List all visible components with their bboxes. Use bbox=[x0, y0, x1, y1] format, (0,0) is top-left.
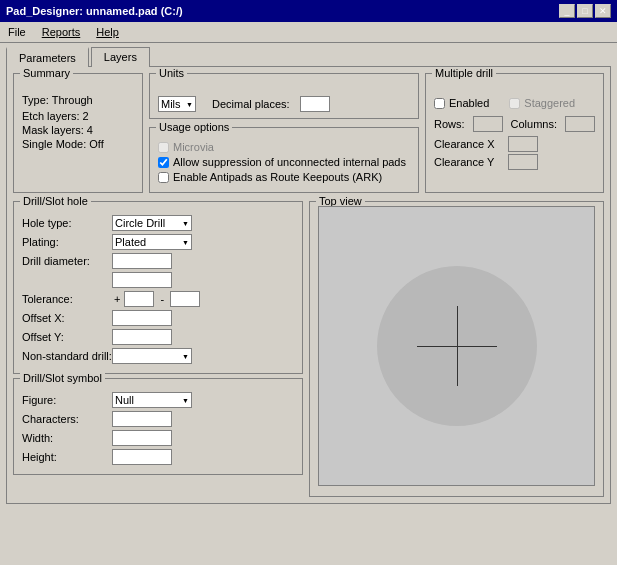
units-row: Mils Decimal places: 0 bbox=[158, 88, 410, 112]
tolerance-input2[interactable]: 0 bbox=[170, 291, 200, 307]
menu-file[interactable]: File bbox=[4, 24, 30, 40]
figure-select-wrap: Null bbox=[112, 392, 192, 408]
decimal-label: Decimal places: bbox=[212, 98, 290, 110]
suppress-row: Allow suppression of unconnected interna… bbox=[158, 156, 410, 168]
width-input[interactable]: 0 bbox=[112, 430, 172, 446]
mask-value: 4 bbox=[87, 124, 93, 136]
tab-layers[interactable]: Layers bbox=[91, 47, 150, 67]
menu-reports[interactable]: Reports bbox=[38, 24, 85, 40]
main-content: Parameters Layers Summary Type: Through … bbox=[0, 43, 617, 508]
chars-input[interactable] bbox=[112, 411, 172, 427]
bottom-section: Drill/Slot hole Hole type: Circle Drill bbox=[13, 201, 604, 497]
multiple-drill-title: Multiple drill bbox=[432, 67, 496, 79]
etch-row: Etch layers: 2 bbox=[22, 110, 134, 122]
height-input[interactable]: 0 bbox=[112, 449, 172, 465]
tolerance-plus: + bbox=[114, 293, 120, 305]
mode-value: Off bbox=[89, 138, 103, 150]
plating-row: Plating: Plated bbox=[22, 234, 294, 250]
units-select-wrap: Mils bbox=[158, 96, 196, 112]
top-section: Summary Type: Through Etch layers: 2 Mas… bbox=[13, 73, 604, 197]
microvia-label: Microvia bbox=[173, 141, 214, 153]
drill-symbol-title: Drill/Slot symbol bbox=[20, 372, 105, 384]
drill-diam2-input[interactable]: 0 bbox=[112, 272, 172, 288]
left-column: Drill/Slot hole Hole type: Circle Drill bbox=[13, 201, 303, 497]
clearance-x-row: Clearance X 0 bbox=[434, 136, 595, 152]
enabled-checkbox[interactable] bbox=[434, 98, 445, 109]
maximize-button[interactable]: □ bbox=[577, 4, 593, 18]
non-std-select-wrap bbox=[112, 348, 192, 364]
mode-label: Single Mode: bbox=[22, 138, 86, 150]
offset-x-label: Offset X: bbox=[22, 312, 112, 324]
drill-diam2-row: 0 bbox=[22, 272, 294, 288]
microvia-row: Microvia bbox=[158, 141, 410, 153]
tolerance-input1[interactable]: 0 bbox=[124, 291, 154, 307]
enabled-row: Enabled Staggered bbox=[434, 94, 595, 112]
suppress-label: Allow suppression of unconnected interna… bbox=[173, 156, 406, 168]
enabled-label: Enabled bbox=[449, 97, 489, 109]
etch-value: 2 bbox=[83, 110, 89, 122]
figure-row: Figure: Null bbox=[22, 392, 294, 408]
non-std-row: Non-standard drill: bbox=[22, 348, 294, 364]
tolerance-dash: - bbox=[160, 293, 164, 305]
height-label: Height: bbox=[22, 451, 112, 463]
antipad-label: Enable Antipads as Route Keepouts (ARK) bbox=[173, 171, 382, 183]
type-value: Through bbox=[52, 94, 93, 106]
mode-row: Single Mode: Off bbox=[22, 138, 134, 150]
hole-type-label: Hole type: bbox=[22, 217, 112, 229]
tolerance-row: Tolerance: + 0 - 0 bbox=[22, 291, 294, 307]
drill-diam-input[interactable]: 32 bbox=[112, 253, 172, 269]
cols-input[interactable]: 1 bbox=[565, 116, 595, 132]
usage-group: Usage options Microvia Allow suppression… bbox=[149, 127, 419, 193]
menu-bar: File Reports Help bbox=[0, 22, 617, 43]
plating-label: Plating: bbox=[22, 236, 112, 248]
close-button[interactable]: ✕ bbox=[595, 4, 611, 18]
summary-type-row: Type: Through bbox=[22, 94, 134, 106]
non-std-select[interactable] bbox=[112, 348, 192, 364]
plating-select[interactable]: Plated bbox=[112, 234, 192, 250]
clearance-x-input[interactable]: 0 bbox=[508, 136, 538, 152]
staggered-label: Staggered bbox=[524, 97, 575, 109]
hole-type-select-wrap: Circle Drill bbox=[112, 215, 192, 231]
clearance-y-row: Clearance Y 0 bbox=[434, 154, 595, 170]
summary-content: Type: Through Etch layers: 2 Mask layers… bbox=[22, 78, 134, 150]
drill-diam-row: Drill diameter: 32 bbox=[22, 253, 294, 269]
minimize-button[interactable]: _ bbox=[559, 4, 575, 18]
menu-help[interactable]: Help bbox=[92, 24, 123, 40]
rows-input[interactable]: 1 bbox=[473, 116, 503, 132]
height-row: Height: 0 bbox=[22, 449, 294, 465]
multiple-drill-group: Multiple drill Enabled Staggered Row bbox=[425, 73, 604, 193]
tab-content-parameters: Summary Type: Through Etch layers: 2 Mas… bbox=[6, 66, 611, 504]
clearance-y-input[interactable]: 0 bbox=[508, 154, 538, 170]
drill-slot-group: Drill/Slot hole Hole type: Circle Drill bbox=[13, 201, 303, 374]
suppress-checkbox[interactable] bbox=[158, 157, 169, 168]
window-controls: _ □ ✕ bbox=[559, 4, 611, 18]
offset-y-input[interactable]: 0 bbox=[112, 329, 172, 345]
decimal-input[interactable]: 0 bbox=[300, 96, 330, 112]
width-row: Width: 0 bbox=[22, 430, 294, 446]
clearances: Clearance X 0 Clearance Y 0 bbox=[434, 136, 595, 170]
rows-cols-row: Rows: 1 Columns: 1 bbox=[434, 116, 595, 132]
clearance-x-label: Clearance X bbox=[434, 138, 504, 150]
units-select[interactable]: Mils bbox=[158, 96, 196, 112]
type-label: Type: bbox=[22, 94, 49, 106]
window-title: Pad_Designer: unnamed.pad (C:/) bbox=[6, 5, 183, 17]
antipad-row: Enable Antipads as Route Keepouts (ARK) bbox=[158, 171, 410, 183]
tab-parameters[interactable]: Parameters bbox=[6, 47, 89, 67]
offset-y-row: Offset Y: 0 bbox=[22, 329, 294, 345]
etch-label: Etch layers: bbox=[22, 110, 79, 122]
summary-title: Summary bbox=[20, 67, 73, 79]
right-column: Top view bbox=[309, 201, 604, 497]
clearance-y-label: Clearance Y bbox=[434, 156, 504, 168]
hole-type-select[interactable]: Circle Drill bbox=[112, 215, 192, 231]
mask-label: Mask layers: bbox=[22, 124, 84, 136]
tolerance-label: Tolerance: bbox=[22, 293, 112, 305]
staggered-checkbox[interactable] bbox=[509, 98, 520, 109]
units-title: Units bbox=[156, 67, 187, 79]
chars-row: Characters: bbox=[22, 411, 294, 427]
antipad-checkbox[interactable] bbox=[158, 172, 169, 183]
microvia-checkbox[interactable] bbox=[158, 142, 169, 153]
top-view-box bbox=[318, 206, 595, 486]
offset-x-input[interactable]: 0 bbox=[112, 310, 172, 326]
figure-select[interactable]: Null bbox=[112, 392, 192, 408]
offset-y-label: Offset Y: bbox=[22, 331, 112, 343]
